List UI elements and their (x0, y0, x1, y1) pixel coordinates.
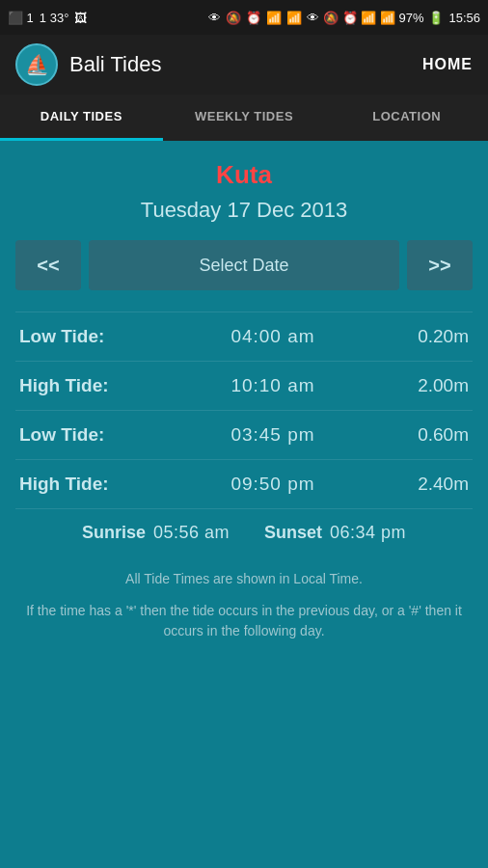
mute-icon: 🔕 (226, 11, 241, 25)
tide-height-4: 2.40m (401, 474, 469, 495)
tide-time-4: 09:50 pm (145, 474, 401, 495)
wifi-icon: 📶 (266, 11, 282, 25)
date-navigation: << Select Date >> (15, 240, 473, 290)
home-button[interactable]: HOME (422, 56, 473, 73)
status-photo-icon: 🖼 (74, 11, 87, 25)
alarm-icon: ⏰ (246, 11, 261, 25)
app-bar: ⛵ Bali Tides HOME (0, 35, 488, 95)
tab-daily-tides[interactable]: DAILY TIDES (0, 95, 163, 141)
tide-height-1: 0.20m (401, 326, 469, 347)
tide-height-2: 2.00m (401, 375, 469, 396)
sun-row: Sunrise 05:56 am Sunset 06:34 pm (15, 508, 473, 556)
status-left: ⬛ 1 1 33° 🖼 (8, 11, 87, 25)
status-temp: 1 33° (40, 11, 69, 25)
status-bar: ⬛ 1 1 33° 🖼 👁 🔕 ⏰ 📶 📶 👁 🔕 ⏰ 📶 📶 97% 🔋 15… (0, 0, 488, 35)
app-bar-left: ⛵ Bali Tides (15, 43, 161, 86)
battery-percent: 👁 🔕 ⏰ 📶 📶 97% (307, 11, 423, 25)
sunset-label: Sunset (264, 523, 322, 543)
app-title: Bali Tides (69, 52, 161, 77)
signal-icon: 📶 (286, 11, 302, 25)
tab-location[interactable]: LOCATION (325, 95, 488, 141)
tab-weekly-tides[interactable]: WEEKLY TIDES (163, 95, 326, 141)
note-local-time: All Tide Times are shown in Local Time. (15, 570, 473, 589)
battery-icon: 🔋 (428, 11, 444, 25)
visibility-icon: 👁 (208, 11, 221, 25)
tab-bar: DAILY TIDES WEEKLY TIDES LOCATION (0, 95, 488, 141)
location-name: Kuta (15, 160, 473, 190)
tide-label-3: Low Tide: (19, 424, 145, 446)
main-content: Kuta Tuesday 17 Dec 2013 << Select Date … (0, 141, 488, 868)
status-right: 👁 🔕 ⏰ 📶 📶 👁 🔕 ⏰ 📶 📶 97% 🔋 15:56 (208, 11, 480, 25)
next-date-button[interactable]: >> (407, 240, 473, 290)
tide-label-4: High Tide: (19, 474, 145, 495)
prev-date-button[interactable]: << (15, 240, 81, 290)
app-logo: ⛵ (15, 43, 58, 86)
sunset-time: 06:34 pm (330, 523, 406, 543)
tide-row: Low Tide: 03:45 pm 0.60m (15, 410, 473, 459)
tide-time-2: 10:10 am (145, 375, 401, 396)
sunrise-label: Sunrise (82, 523, 146, 543)
tide-row: Low Tide: 04:00 am 0.20m (15, 312, 473, 361)
status-sim: ⬛ 1 (8, 11, 34, 25)
tide-label-1: Low Tide: (19, 326, 145, 347)
sunrise-time: 05:56 am (153, 523, 230, 543)
select-date-button[interactable]: Select Date (89, 240, 399, 290)
tide-time-3: 03:45 pm (145, 424, 401, 446)
tide-row: High Tide: 10:10 am 2.00m (15, 361, 473, 410)
date-display: Tuesday 17 Dec 2013 (15, 198, 473, 223)
clock-display: 15:56 (448, 11, 480, 25)
tide-row: High Tide: 09:50 pm 2.40m (15, 459, 473, 508)
tide-height-3: 0.60m (401, 424, 469, 446)
tide-label-2: High Tide: (19, 375, 145, 396)
note-asterisk: If the time has a '*' then the tide occu… (15, 601, 473, 641)
tide-time-1: 04:00 am (145, 326, 401, 347)
